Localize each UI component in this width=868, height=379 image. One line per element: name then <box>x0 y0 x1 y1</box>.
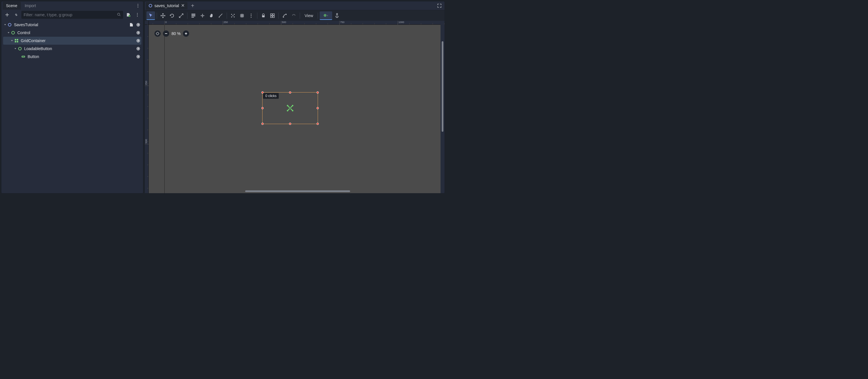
svg-rect-48 <box>273 16 274 18</box>
selection-box[interactable]: 0 clicks <box>262 92 318 124</box>
pivot-tool[interactable] <box>198 11 207 20</box>
ruler-tick: 0 <box>164 21 167 25</box>
visibility-icon[interactable] <box>136 38 141 43</box>
svg-point-62 <box>292 105 293 107</box>
ruler-vertical[interactable]: 250500 <box>145 25 149 193</box>
kebab-menu-icon[interactable] <box>134 2 142 10</box>
canvas-area: 02505007501000 250500 80 % <box>145 21 444 193</box>
tree-row[interactable]: LoadableButton <box>3 45 141 53</box>
svg-point-10 <box>137 16 138 17</box>
snap-toggle[interactable] <box>229 11 237 20</box>
grid-snap-toggle[interactable] <box>238 11 246 20</box>
scene-tree: SavesTutorialControlGridContainerLoadabl… <box>1 20 143 193</box>
bone-tool[interactable] <box>280 11 289 20</box>
group-toggle[interactable] <box>268 11 277 20</box>
svg-point-37 <box>234 14 234 14</box>
svg-point-41 <box>251 13 252 14</box>
ruler-tool[interactable] <box>216 11 225 20</box>
rotate-tool[interactable] <box>168 11 176 20</box>
svg-rect-19 <box>15 41 16 42</box>
handle-w[interactable] <box>261 107 264 109</box>
svg-line-57 <box>288 106 289 108</box>
tree-row[interactable]: GridContainer <box>3 37 141 45</box>
handle-se[interactable] <box>316 123 319 125</box>
handle-n[interactable] <box>289 91 291 94</box>
pan-tool[interactable] <box>207 11 216 20</box>
ruler-tick: 1000 <box>398 21 404 25</box>
zoom-out-button[interactable] <box>163 30 169 37</box>
editor-panel: saves_tutorial + <box>145 1 445 194</box>
svg-line-59 <box>288 109 289 110</box>
visibility-icon[interactable] <box>136 30 141 35</box>
move-tool[interactable] <box>159 11 167 20</box>
tree-row[interactable]: SavesTutorial <box>3 21 141 29</box>
svg-point-1 <box>138 5 138 6</box>
visibility-icon[interactable] <box>136 54 141 59</box>
doc-tab-current[interactable]: saves_tutorial <box>146 2 187 9</box>
snap-options-icon[interactable] <box>247 11 255 20</box>
svg-rect-44 <box>262 15 265 17</box>
select-tool[interactable] <box>147 11 155 20</box>
center-view-button[interactable] <box>154 30 161 37</box>
scrollbar-vertical[interactable] <box>442 25 444 189</box>
handle-sw[interactable] <box>261 123 264 125</box>
visibility-icon[interactable] <box>136 46 141 51</box>
scale-tool[interactable] <box>177 11 185 20</box>
svg-rect-20 <box>17 41 18 42</box>
svg-rect-47 <box>271 16 272 18</box>
tree-node-label: LoadableButton <box>24 47 136 51</box>
tree-caret-icon[interactable] <box>13 47 17 50</box>
tab-import[interactable]: Import <box>21 2 39 10</box>
svg-point-53 <box>336 13 338 15</box>
script-icon[interactable] <box>129 22 134 27</box>
svg-point-0 <box>138 4 138 5</box>
handle-s[interactable] <box>289 123 291 125</box>
svg-point-49 <box>283 16 284 18</box>
svg-point-64 <box>292 110 293 112</box>
override-camera-icon[interactable] <box>289 11 298 20</box>
svg-point-61 <box>287 105 288 107</box>
tree-caret-icon[interactable] <box>6 31 10 34</box>
scrollbar-horizontal[interactable] <box>149 191 440 193</box>
link-scene-button[interactable] <box>12 11 20 19</box>
svg-point-23 <box>19 47 21 50</box>
tree-caret-icon[interactable] <box>10 39 14 42</box>
expand-icon[interactable] <box>435 2 443 10</box>
lock-toggle[interactable] <box>259 11 268 20</box>
tab-scene[interactable]: Scene <box>3 2 21 10</box>
tree-row[interactable]: Button <box>3 53 141 61</box>
svg-rect-33 <box>191 15 195 16</box>
svg-line-60 <box>291 109 292 110</box>
viewport[interactable]: 80 % <box>149 25 440 193</box>
anchor-icon[interactable] <box>333 11 341 20</box>
attach-script-button[interactable] <box>124 11 132 19</box>
svg-line-58 <box>291 106 292 108</box>
more-menu-icon[interactable] <box>133 11 141 19</box>
circle-green-icon <box>10 30 16 35</box>
anchor-preset-button[interactable] <box>320 11 332 20</box>
handle-e[interactable] <box>316 107 319 109</box>
tree-caret-icon[interactable] <box>3 23 7 26</box>
ruler-corner <box>145 21 149 25</box>
close-tab-icon[interactable] <box>181 3 185 8</box>
ruler-horizontal[interactable]: 02505007501000 <box>149 21 440 25</box>
zoom-controls: 80 % <box>154 30 189 37</box>
zoom-in-button[interactable] <box>183 30 189 37</box>
ruler-tick: 500 <box>281 21 286 25</box>
tree-node-label: GridContainer <box>21 38 136 43</box>
handle-ne[interactable] <box>316 91 319 94</box>
button-green-icon <box>21 54 26 59</box>
visibility-icon[interactable] <box>136 22 141 27</box>
svg-point-11 <box>8 23 11 26</box>
filter-input[interactable] <box>24 12 115 17</box>
tree-row[interactable]: Control <box>3 29 141 37</box>
grid-green-icon <box>14 38 19 43</box>
svg-rect-51 <box>283 14 285 16</box>
filter-input-wrap <box>21 11 123 19</box>
view-menu[interactable]: View <box>302 13 316 18</box>
new-tab-button[interactable]: + <box>189 3 196 9</box>
list-select-tool[interactable] <box>189 11 198 20</box>
zoom-label[interactable]: 80 % <box>172 31 181 36</box>
add-node-button[interactable] <box>3 11 11 19</box>
pivot-cross-icon <box>286 104 294 112</box>
